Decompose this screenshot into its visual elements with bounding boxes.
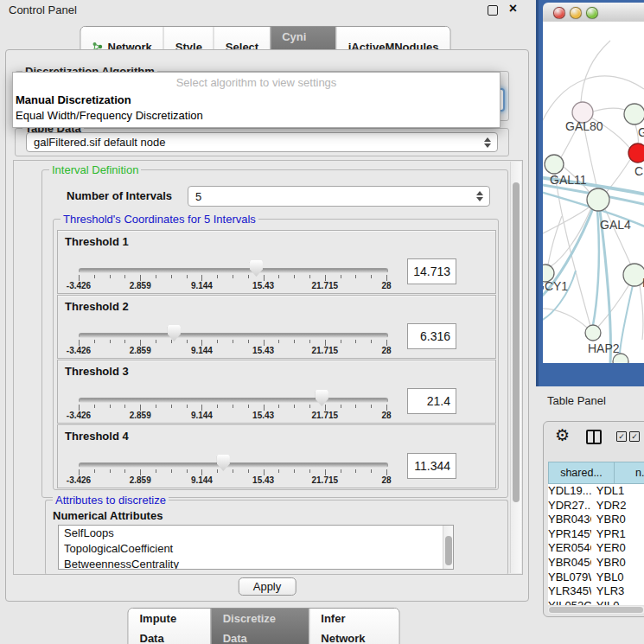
table-cell[interactable]: YER0 xyxy=(591,541,644,556)
network-node-ga[interactable] xyxy=(624,104,644,124)
threshold-4-slider-thumb[interactable] xyxy=(217,455,230,471)
attribute-item-betweennesscentrality[interactable]: BetweennessCentrality xyxy=(59,557,453,570)
zoom-traffic-light[interactable] xyxy=(586,7,598,19)
table-row[interactable]: YBR043CYBR0 xyxy=(548,513,644,527)
attributes-group: Attributes to discretize Numerical Attri… xyxy=(45,500,508,575)
table-cell[interactable]: YDR2 xyxy=(591,499,644,513)
slider-track[interactable] xyxy=(79,268,388,273)
checkbox-checked-icon[interactable]: ✓ xyxy=(629,431,640,442)
tab-impute-data[interactable]: Impute Data xyxy=(129,609,211,644)
table-data-select[interactable]: galFiltered.sif default node xyxy=(26,132,498,152)
apply-button[interactable]: Apply xyxy=(239,577,296,596)
network-view-window: GAL80GACGAL11GAL4GCY1HHAP2 xyxy=(536,0,644,386)
float-window-icon[interactable] xyxy=(488,5,498,16)
tick-label: 2.859 xyxy=(130,475,151,485)
network-edge[interactable] xyxy=(543,309,587,328)
split-columns-icon[interactable] xyxy=(586,430,602,444)
table-cell[interactable]: YDL19... xyxy=(548,484,591,499)
network-edge[interactable] xyxy=(640,285,643,340)
table-row[interactable]: YIL052CYIL0 xyxy=(548,599,644,605)
network-node-hap2[interactable] xyxy=(585,325,601,341)
network-window-titlebar[interactable] xyxy=(543,3,644,22)
threshold-4-value-field[interactable]: 11.344 xyxy=(407,453,456,479)
panel-scrollbar[interactable] xyxy=(510,162,521,573)
dropdown-placeholder: Select algorithm to view settings xyxy=(13,73,500,92)
scrollbar-thumb[interactable] xyxy=(513,182,520,502)
tab-label: Discretize Data xyxy=(223,609,298,644)
checkbox-checked-icon[interactable]: ✓ xyxy=(616,431,627,442)
table-cell[interactable]: YBR0 xyxy=(591,513,644,527)
numerical-attributes-list[interactable]: SelfLoopsTopologicalCoefficientBetweenne… xyxy=(58,525,454,570)
table-row[interactable]: YER054CYER0 xyxy=(548,541,644,556)
table-row[interactable]: YBR045CYBR0 xyxy=(548,556,644,571)
table-cell[interactable]: YPR145W xyxy=(548,527,591,542)
network-node-gal11[interactable] xyxy=(545,155,564,174)
threshold-1-panel: Threshold 1-3.4262.8599.14415.4321.71528… xyxy=(57,230,496,294)
attribute-item-selfloops[interactable]: SelfLoops xyxy=(59,526,453,541)
table-cell[interactable]: YLR345W xyxy=(548,584,591,599)
slider-track[interactable] xyxy=(79,398,388,403)
thresholds-group: Threshold's Coordinates for 5 Intervals … xyxy=(53,219,499,490)
table-row[interactable]: YDL19...YDL1 xyxy=(548,484,644,499)
dropdown-option-manual-discretization[interactable]: Manual Discretization xyxy=(13,92,500,108)
column-header-n-[interactable]: n... xyxy=(615,462,644,484)
close-icon[interactable]: × xyxy=(509,1,517,16)
network-canvas[interactable]: GAL80GACGAL11GAL4GCY1HHAP2 xyxy=(543,22,644,363)
table-cell[interactable]: YLR3 xyxy=(591,584,644,599)
bottom-tab-bar: Impute DataDiscretize DataInfer Network xyxy=(128,608,400,644)
threshold-1-value-field[interactable]: 14.713 xyxy=(407,258,456,284)
table-cell[interactable]: YDR27... xyxy=(548,499,591,513)
threshold-1-slider-thumb[interactable] xyxy=(250,260,263,277)
table-header-row: shared...n... xyxy=(548,462,644,484)
slider-track[interactable] xyxy=(79,462,388,468)
table-row[interactable]: YPR145WYPR1 xyxy=(548,527,644,542)
list-scrollbar[interactable] xyxy=(443,526,453,569)
close-traffic-light[interactable] xyxy=(553,7,565,19)
table-row[interactable]: YLR345WYLR3 xyxy=(548,584,644,599)
network-edge[interactable] xyxy=(600,211,611,363)
tab-discretize-data[interactable]: Discretize Data xyxy=(211,609,309,644)
node-label: GAL80 xyxy=(565,119,603,133)
dropdown-option-equal-width-frequency-discretization[interactable]: Equal Width/Frequency Discretization xyxy=(13,108,500,124)
minimize-traffic-light[interactable] xyxy=(570,7,582,19)
table-cell[interactable]: YIL0 xyxy=(591,599,644,605)
table-cell[interactable]: YBR043C xyxy=(548,513,591,527)
slider-track[interactable] xyxy=(79,333,388,338)
number-of-intervals-select[interactable]: 5 xyxy=(188,186,490,207)
attribute-item-topologicalcoefficient[interactable]: TopologicalCoefficient xyxy=(59,541,453,557)
table-cell[interactable]: YDL1 xyxy=(591,484,644,499)
network-edge[interactable] xyxy=(548,216,562,265)
network-node-c[interactable] xyxy=(628,143,644,163)
column-header-shared-[interactable]: shared... xyxy=(548,462,615,484)
table-cell[interactable]: YBR0 xyxy=(591,556,644,571)
gear-icon[interactable]: ⚙ xyxy=(555,425,570,445)
table-cell[interactable]: YIL052C xyxy=(548,599,591,605)
threshold-3-value-field[interactable]: 21.4 xyxy=(407,388,456,414)
node-table-box: ⚙ ✓ ✓ shared...n... YDL19...YDL1YDR27...… xyxy=(543,421,644,617)
threshold-3-slider-thumb[interactable] xyxy=(316,390,328,406)
scrollbar-thumb[interactable] xyxy=(549,607,643,613)
table-cell[interactable]: YBR045C xyxy=(548,556,591,571)
horizontal-scrollbar[interactable] xyxy=(548,606,644,614)
table-cell[interactable]: YBL079W xyxy=(548,571,591,585)
network-edge[interactable] xyxy=(593,211,599,325)
network-node-h[interactable] xyxy=(623,264,644,286)
threshold-label: Threshold 3 xyxy=(65,365,129,378)
table-cell[interactable]: YBL0 xyxy=(591,571,644,585)
network-edge[interactable] xyxy=(581,41,610,102)
threshold-2-slider-thumb[interactable] xyxy=(168,325,181,341)
table-cell[interactable]: YER054C xyxy=(548,541,591,556)
tab-infer-network[interactable]: Infer Network xyxy=(309,609,399,644)
network-node-gal4[interactable] xyxy=(587,188,609,211)
table-cell[interactable]: YPR1 xyxy=(591,527,644,542)
threshold-2-value-field[interactable]: 6.316 xyxy=(407,323,456,349)
tick-label: 21.715 xyxy=(312,281,339,290)
node-label: C xyxy=(634,164,643,178)
tick-label: -3.426 xyxy=(67,346,91,355)
group-title: Attributes to discretize xyxy=(53,494,169,507)
node-label: GCY1 xyxy=(543,279,568,293)
table-row[interactable]: YDR27...YDR2 xyxy=(548,499,644,513)
tab-label: Infer Network xyxy=(321,609,387,644)
table-row[interactable]: YBL079WYBL0 xyxy=(548,571,644,585)
tick-label: 9.144 xyxy=(191,475,213,485)
